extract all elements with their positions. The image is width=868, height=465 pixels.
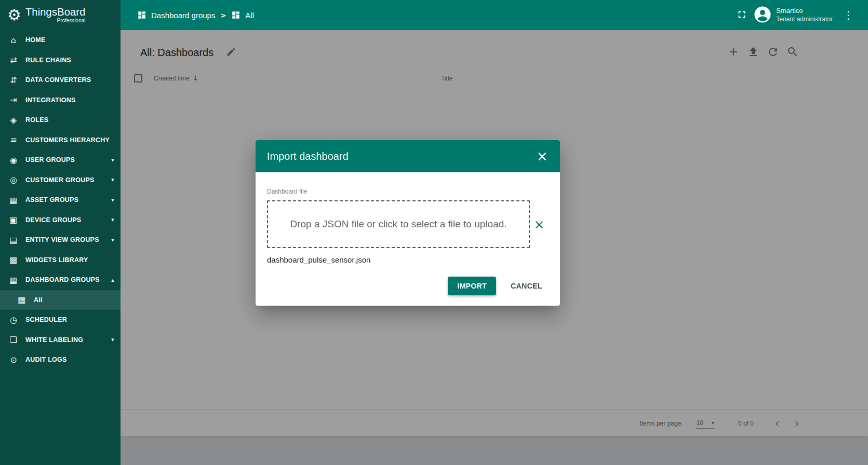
sidebar-item-integrations[interactable]: ⇥INTEGRATIONS	[0, 90, 121, 111]
more-vert-icon: ⋮	[843, 9, 853, 21]
rule-chains-icon: ⇄	[8, 55, 19, 65]
entity-view-groups-icon: ▤	[8, 235, 19, 245]
breadcrumb-dashboard-groups[interactable]: Dashboard groups	[137, 10, 215, 20]
sidebar-item-roles[interactable]: ◈ROLES	[0, 110, 121, 130]
sidebar-item-label: All	[34, 296, 114, 304]
file-dropzone[interactable]: Drop a JSON file or click to select a fi…	[267, 200, 530, 248]
user-groups-icon: ◉	[8, 155, 19, 165]
scheduler-icon: ◷	[8, 315, 19, 325]
chevron-up-icon: ▴	[111, 277, 114, 283]
dialog-body: Dashboard file Drop a JSON file or click…	[256, 172, 560, 306]
user-name: Smartico	[776, 7, 833, 16]
dashboard-file-label: Dashboard file	[267, 188, 549, 195]
breadcrumb-label: Dashboard groups	[151, 11, 215, 20]
more-menu-button[interactable]: ⋮	[838, 5, 859, 25]
brand-subtitle: Professional	[25, 18, 86, 23]
sidebar-item-customer-groups[interactable]: ◎CUSTOMER GROUPS▾	[0, 170, 121, 190]
fullscreen-button[interactable]	[731, 5, 752, 25]
sidebar-item-home[interactable]: ⌂HOME	[0, 30, 121, 50]
sidebar-item-label: DEVICE GROUPS	[25, 216, 111, 224]
clear-icon: ×	[534, 217, 545, 232]
sidebar-item-label: DASHBOARD GROUPS	[25, 276, 111, 283]
sidebar-item-label: ROLES	[25, 116, 114, 124]
device-groups-icon: ▣	[8, 215, 19, 225]
audit-logs-icon: ⊙	[8, 355, 19, 365]
sidebar-item-label: WIDGETS LIBRARY	[25, 256, 114, 264]
sidebar-item-dashboard-groups[interactable]: ▦DASHBOARD GROUPS▴	[0, 270, 121, 290]
sidebar-item-label: AUDIT LOGS	[25, 356, 114, 363]
chevron-down-icon: ▾	[111, 237, 114, 243]
chevron-down-icon: ▾	[111, 157, 114, 163]
sidebar-item-label: ENTITY VIEW GROUPS	[25, 236, 111, 243]
asset-groups-icon: ▦	[8, 195, 19, 205]
home-icon: ⌂	[8, 35, 19, 45]
account-circle-icon	[754, 6, 771, 25]
white-labeling-icon: ❏	[8, 335, 19, 345]
user-role: Tenant administrator	[776, 16, 833, 24]
sidebar-item-label: CUSTOMER GROUPS	[25, 176, 111, 184]
dialog-close-button[interactable]: ×	[531, 145, 554, 168]
dashboard-icon: ▦	[17, 295, 27, 305]
customer-groups-icon: ◎	[8, 175, 19, 185]
selected-file-name: dashboard_pulse_sensor.json	[267, 255, 549, 264]
cancel-button[interactable]: CANCEL	[504, 277, 549, 295]
chevron-down-icon: ▾	[111, 216, 114, 223]
sidebar-item-customers-hierarchy[interactable]: ≡CUSTOMERS HIERARCHY	[0, 130, 121, 151]
sidebar-item-all[interactable]: ▦All	[0, 290, 121, 310]
thingsboard-logo-icon: ⚙	[7, 7, 21, 23]
user-avatar[interactable]	[752, 5, 773, 25]
user-info: Smartico Tenant administrator	[776, 7, 833, 23]
sidebar-item-label: HOME	[25, 36, 114, 44]
sidebar-item-label: ASSET GROUPS	[25, 196, 111, 203]
dialog-actions: IMPORT CANCEL	[267, 277, 549, 295]
dialog-title: Import dashboard	[267, 151, 531, 162]
sidebar-item-device-groups[interactable]: ▣DEVICE GROUPS▾	[0, 210, 121, 230]
widgets-library-icon: ▩	[8, 255, 19, 265]
sidebar-item-widgets-library[interactable]: ▩WIDGETS LIBRARY	[0, 250, 121, 270]
dialog-header: Import dashboard ×	[256, 140, 560, 172]
dashboard-groups-icon: ▦	[8, 275, 19, 285]
sidebar-nav: ⌂HOME⇄RULE CHAINS⇵DATA CONVERTERS⇥INTEGR…	[0, 30, 121, 465]
top-header: Dashboard groups > All	[121, 0, 868, 30]
dashboard-groups-icon	[137, 10, 146, 20]
sidebar-item-entity-view-groups[interactable]: ▤ENTITY VIEW GROUPS▾	[0, 230, 121, 250]
brand-name: ThingsBoard	[25, 7, 86, 18]
file-drop-row: Drop a JSON file or click to select a fi…	[267, 200, 549, 248]
fullscreen-icon	[736, 9, 747, 22]
data-converters-icon: ⇵	[8, 75, 19, 85]
brand-logo[interactable]: ⚙ ThingsBoard Professional	[0, 0, 121, 30]
dashboard-icon	[231, 10, 241, 20]
sidebar-item-audit-logs[interactable]: ⊙AUDIT LOGS	[0, 350, 121, 370]
sidebar-item-label: RULE CHAINS	[25, 57, 114, 64]
breadcrumb-label: All	[245, 11, 254, 20]
integrations-icon: ⇥	[8, 95, 19, 105]
sidebar-item-label: WHITE LABELING	[25, 336, 111, 344]
clear-file-button[interactable]: ×	[530, 215, 549, 234]
import-button[interactable]: IMPORT	[448, 277, 496, 295]
breadcrumb-all[interactable]: All	[231, 10, 254, 20]
sidebar-item-user-groups[interactable]: ◉USER GROUPS▾	[0, 150, 121, 170]
sidebar-item-asset-groups[interactable]: ▦ASSET GROUPS▾	[0, 190, 121, 210]
sidebar-item-rule-chains[interactable]: ⇄RULE CHAINS	[0, 50, 121, 71]
roles-icon: ◈	[8, 115, 19, 125]
sidebar-item-label: USER GROUPS	[25, 156, 111, 163]
sidebar-item-label: INTEGRATIONS	[25, 97, 114, 104]
sidebar-item-label: DATA CONVERTERS	[25, 76, 114, 84]
chevron-down-icon: ▾	[111, 197, 114, 203]
import-dashboard-dialog: Import dashboard × Dashboard file Drop a…	[256, 140, 560, 306]
dropzone-text: Drop a JSON file or click to select a fi…	[290, 218, 506, 230]
sidebar-item-white-labeling[interactable]: ❏WHITE LABELING▾	[0, 330, 121, 350]
sidebar: ⚙ ThingsBoard Professional ⌂HOME⇄RULE CH…	[0, 0, 121, 465]
brand-text: ThingsBoard Professional	[25, 7, 86, 23]
customers-hierarchy-icon: ≡	[8, 135, 19, 145]
sidebar-item-label: CUSTOMERS HIERARCHY	[25, 136, 114, 144]
breadcrumb-separator: >	[220, 11, 226, 19]
sidebar-item-label: SCHEDULER	[25, 316, 114, 323]
chevron-down-icon: ▾	[111, 336, 114, 343]
sidebar-item-scheduler[interactable]: ◷SCHEDULER	[0, 310, 121, 330]
sidebar-item-data-converters[interactable]: ⇵DATA CONVERTERS	[0, 70, 121, 90]
close-icon: ×	[537, 148, 548, 164]
chevron-down-icon: ▾	[111, 176, 114, 183]
